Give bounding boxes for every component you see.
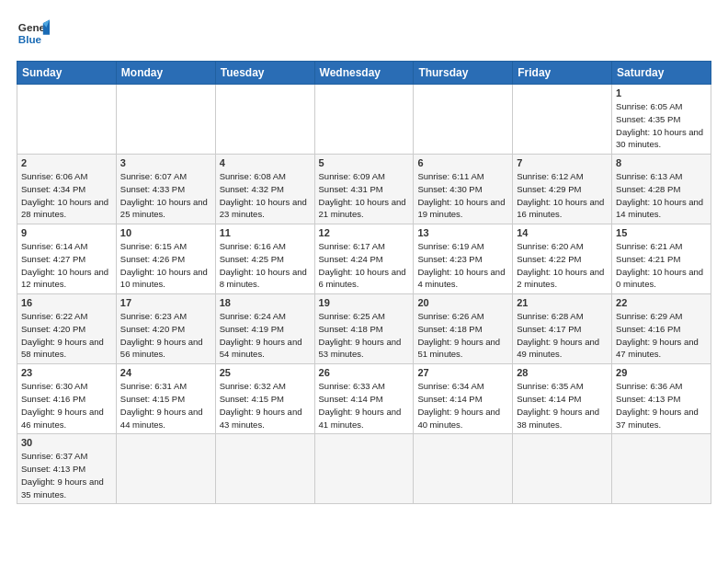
calendar-cell: 15Sunrise: 6:21 AM Sunset: 4:21 PM Dayli… (612, 224, 711, 294)
day-info: Sunrise: 6:31 AM Sunset: 4:15 PM Dayligh… (120, 380, 211, 431)
calendar-cell (612, 434, 711, 504)
day-number: 1 (616, 87, 707, 98)
day-info: Sunrise: 6:12 AM Sunset: 4:29 PM Dayligh… (517, 170, 608, 221)
calendar-cell: 18Sunrise: 6:24 AM Sunset: 4:19 PM Dayli… (215, 294, 314, 364)
calendar-cell: 7Sunrise: 6:12 AM Sunset: 4:29 PM Daylig… (513, 155, 612, 224)
calendar-cell: 5Sunrise: 6:09 AM Sunset: 4:31 PM Daylig… (314, 155, 414, 224)
calendar-cell (215, 85, 314, 155)
day-number: 16 (21, 297, 112, 308)
day-number: 28 (517, 367, 608, 378)
calendar-cell: 29Sunrise: 6:36 AM Sunset: 4:13 PM Dayli… (612, 364, 711, 434)
day-number: 8 (616, 157, 707, 168)
calendar-cell (215, 434, 314, 504)
day-info: Sunrise: 6:28 AM Sunset: 4:17 PM Dayligh… (517, 310, 608, 361)
day-number: 27 (417, 367, 508, 378)
calendar-week-2: 2Sunrise: 6:06 AM Sunset: 4:34 PM Daylig… (17, 155, 711, 224)
day-info: Sunrise: 6:30 AM Sunset: 4:16 PM Dayligh… (21, 380, 112, 431)
day-number: 6 (417, 157, 508, 168)
calendar-header-monday: Monday (116, 62, 215, 85)
day-number: 13 (417, 227, 508, 238)
day-info: Sunrise: 6:09 AM Sunset: 4:31 PM Dayligh… (319, 170, 410, 221)
calendar-cell (513, 85, 612, 155)
calendar-cell: 24Sunrise: 6:31 AM Sunset: 4:15 PM Dayli… (116, 364, 215, 434)
day-number: 5 (319, 157, 410, 168)
page: General Blue SundayMondayTuesdayWednesda… (0, 0, 728, 563)
day-number: 18 (220, 297, 311, 308)
day-info: Sunrise: 6:20 AM Sunset: 4:22 PM Dayligh… (517, 240, 608, 291)
day-info: Sunrise: 6:34 AM Sunset: 4:14 PM Dayligh… (417, 380, 508, 431)
calendar-cell: 17Sunrise: 6:23 AM Sunset: 4:20 PM Dayli… (116, 294, 215, 364)
calendar-cell (314, 85, 414, 155)
svg-text:Blue: Blue (18, 33, 42, 45)
day-number: 7 (517, 157, 608, 168)
calendar-cell: 22Sunrise: 6:29 AM Sunset: 4:16 PM Dayli… (612, 294, 711, 364)
day-number: 29 (616, 367, 707, 378)
day-number: 20 (417, 297, 508, 308)
calendar-header-tuesday: Tuesday (215, 62, 314, 85)
day-number: 14 (517, 227, 608, 238)
calendar-cell: 8Sunrise: 6:13 AM Sunset: 4:28 PM Daylig… (612, 155, 711, 224)
day-number: 4 (220, 157, 311, 168)
calendar-cell (414, 85, 513, 155)
calendar-week-6: 30Sunrise: 6:37 AM Sunset: 4:13 PM Dayli… (17, 434, 711, 504)
calendar-cell: 4Sunrise: 6:08 AM Sunset: 4:32 PM Daylig… (215, 155, 314, 224)
calendar-table: SundayMondayTuesdayWednesdayThursdayFrid… (17, 61, 711, 504)
calendar-header-saturday: Saturday (612, 62, 711, 85)
day-number: 17 (120, 297, 211, 308)
day-info: Sunrise: 6:37 AM Sunset: 4:13 PM Dayligh… (21, 450, 112, 500)
calendar-cell: 30Sunrise: 6:37 AM Sunset: 4:13 PM Dayli… (17, 434, 117, 504)
calendar-cell: 14Sunrise: 6:20 AM Sunset: 4:22 PM Dayli… (513, 224, 612, 294)
calendar-cell: 21Sunrise: 6:28 AM Sunset: 4:17 PM Dayli… (513, 294, 612, 364)
day-number: 12 (319, 227, 410, 238)
calendar-cell (414, 434, 513, 504)
day-number: 22 (616, 297, 707, 308)
logo: General Blue (17, 17, 50, 50)
day-info: Sunrise: 6:07 AM Sunset: 4:33 PM Dayligh… (120, 170, 211, 221)
day-number: 21 (517, 297, 608, 308)
calendar-cell (116, 434, 215, 504)
calendar-cell: 3Sunrise: 6:07 AM Sunset: 4:33 PM Daylig… (116, 155, 215, 224)
day-info: Sunrise: 6:17 AM Sunset: 4:24 PM Dayligh… (319, 240, 410, 291)
logo-icon: General Blue (17, 17, 50, 50)
calendar-cell: 19Sunrise: 6:25 AM Sunset: 4:18 PM Dayli… (314, 294, 414, 364)
calendar-cell: 11Sunrise: 6:16 AM Sunset: 4:25 PM Dayli… (215, 224, 314, 294)
calendar-cell: 16Sunrise: 6:22 AM Sunset: 4:20 PM Dayli… (17, 294, 117, 364)
day-number: 10 (120, 227, 211, 238)
header: General Blue (17, 17, 711, 50)
day-number: 2 (21, 157, 112, 168)
calendar-cell: 12Sunrise: 6:17 AM Sunset: 4:24 PM Dayli… (314, 224, 414, 294)
day-info: Sunrise: 6:06 AM Sunset: 4:34 PM Dayligh… (21, 170, 112, 221)
day-number: 26 (319, 367, 410, 378)
day-info: Sunrise: 6:22 AM Sunset: 4:20 PM Dayligh… (21, 310, 112, 361)
day-info: Sunrise: 6:33 AM Sunset: 4:14 PM Dayligh… (319, 380, 410, 431)
calendar-cell: 1Sunrise: 6:05 AM Sunset: 4:35 PM Daylig… (612, 85, 711, 155)
calendar-cell: 26Sunrise: 6:33 AM Sunset: 4:14 PM Dayli… (314, 364, 414, 434)
day-info: Sunrise: 6:32 AM Sunset: 4:15 PM Dayligh… (220, 380, 311, 431)
day-info: Sunrise: 6:25 AM Sunset: 4:18 PM Dayligh… (319, 310, 410, 361)
day-info: Sunrise: 6:08 AM Sunset: 4:32 PM Dayligh… (220, 170, 311, 221)
day-info: Sunrise: 6:14 AM Sunset: 4:27 PM Dayligh… (21, 240, 112, 291)
calendar-header-sunday: Sunday (17, 62, 117, 85)
calendar-cell: 6Sunrise: 6:11 AM Sunset: 4:30 PM Daylig… (414, 155, 513, 224)
calendar-cell: 25Sunrise: 6:32 AM Sunset: 4:15 PM Dayli… (215, 364, 314, 434)
day-info: Sunrise: 6:16 AM Sunset: 4:25 PM Dayligh… (220, 240, 311, 291)
day-info: Sunrise: 6:05 AM Sunset: 4:35 PM Dayligh… (616, 100, 707, 151)
calendar-week-4: 16Sunrise: 6:22 AM Sunset: 4:20 PM Dayli… (17, 294, 711, 364)
calendar-cell: 13Sunrise: 6:19 AM Sunset: 4:23 PM Dayli… (414, 224, 513, 294)
calendar-cell: 20Sunrise: 6:26 AM Sunset: 4:18 PM Dayli… (414, 294, 513, 364)
calendar-week-5: 23Sunrise: 6:30 AM Sunset: 4:16 PM Dayli… (17, 364, 711, 434)
day-number: 3 (120, 157, 211, 168)
day-info: Sunrise: 6:26 AM Sunset: 4:18 PM Dayligh… (417, 310, 508, 361)
calendar-cell: 9Sunrise: 6:14 AM Sunset: 4:27 PM Daylig… (17, 224, 117, 294)
calendar-cell (513, 434, 612, 504)
calendar-header-row: SundayMondayTuesdayWednesdayThursdayFrid… (17, 62, 711, 85)
day-number: 24 (120, 367, 211, 378)
calendar-cell (314, 434, 414, 504)
day-number: 15 (616, 227, 707, 238)
calendar-cell: 10Sunrise: 6:15 AM Sunset: 4:26 PM Dayli… (116, 224, 215, 294)
calendar-week-3: 9Sunrise: 6:14 AM Sunset: 4:27 PM Daylig… (17, 224, 711, 294)
day-number: 9 (21, 227, 112, 238)
calendar-cell: 27Sunrise: 6:34 AM Sunset: 4:14 PM Dayli… (414, 364, 513, 434)
day-number: 19 (319, 297, 410, 308)
calendar-cell (17, 85, 117, 155)
